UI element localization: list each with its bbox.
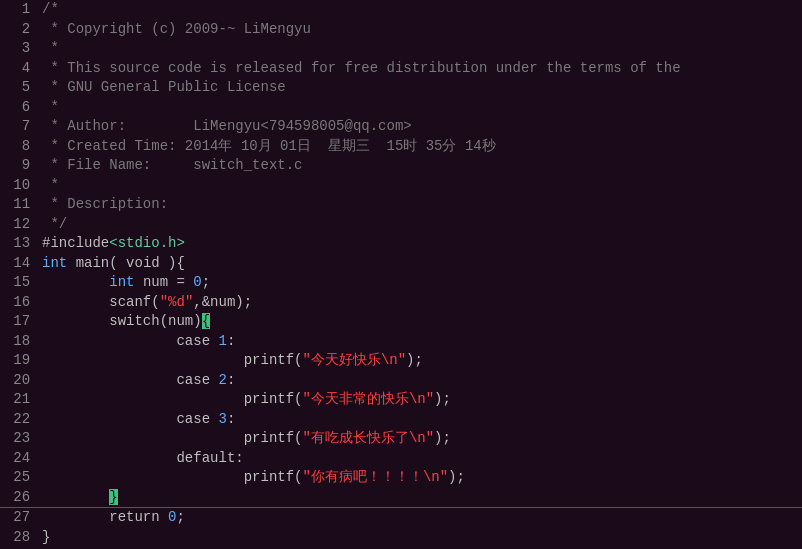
- code-content: * Copyright (c) 2009-~ LiMengyu: [38, 20, 802, 40]
- table-row: 15 int num = 0;: [0, 273, 802, 293]
- code-content: return 0;: [38, 508, 802, 528]
- code-content: case 3:: [38, 410, 802, 430]
- code-content: printf("有吃成长快乐了\n");: [38, 429, 802, 449]
- line-number: 16: [0, 293, 38, 313]
- line-number: 1: [0, 0, 38, 20]
- line-number: 21: [0, 390, 38, 410]
- table-row: 19 printf("今天好快乐\n");: [0, 351, 802, 371]
- table-row: 13#include<stdio.h>: [0, 234, 802, 254]
- code-content: int main( void ){: [38, 254, 802, 274]
- table-row: 7 * Author: LiMengyu<794598005@qq.com>: [0, 117, 802, 137]
- table-row: 14int main( void ){: [0, 254, 802, 274]
- line-number: 19: [0, 351, 38, 371]
- code-content: /*: [38, 0, 802, 20]
- table-row: 9 * File Name: switch_text.c: [0, 156, 802, 176]
- table-row: 10 *: [0, 176, 802, 196]
- table-row: 3 *: [0, 39, 802, 59]
- line-number: 8: [0, 137, 38, 157]
- table-row: 21 printf("今天非常的快乐\n");: [0, 390, 802, 410]
- line-number: 25: [0, 468, 38, 488]
- line-number: 22: [0, 410, 38, 430]
- table-row: 25 printf("你有病吧！！！！\n");: [0, 468, 802, 488]
- code-content: printf("今天好快乐\n");: [38, 351, 802, 371]
- table-row: 12 */: [0, 215, 802, 235]
- code-content: case 2:: [38, 371, 802, 391]
- code-content: * GNU General Public License: [38, 78, 802, 98]
- code-content: case 1:: [38, 332, 802, 352]
- line-number: 23: [0, 429, 38, 449]
- code-content: #include<stdio.h>: [38, 234, 802, 254]
- line-number: 4: [0, 59, 38, 79]
- table-row: 17 switch(num){: [0, 312, 802, 332]
- line-number: 26: [0, 488, 38, 508]
- code-content: default:: [38, 449, 802, 469]
- code-table: 1/*2 * Copyright (c) 2009-~ LiMengyu3 *4…: [0, 0, 802, 547]
- table-row: 28}: [0, 528, 802, 548]
- table-row: 2 * Copyright (c) 2009-~ LiMengyu: [0, 20, 802, 40]
- code-editor: 1/*2 * Copyright (c) 2009-~ LiMengyu3 *4…: [0, 0, 802, 549]
- table-row: 4 * This source code is released for fre…: [0, 59, 802, 79]
- table-row: 8 * Created Time: 2014年 10月 01日 星期三 15时 …: [0, 137, 802, 157]
- line-number: 20: [0, 371, 38, 391]
- code-content: switch(num){: [38, 312, 802, 332]
- line-number: 9: [0, 156, 38, 176]
- code-content: }: [38, 528, 802, 548]
- line-number: 27: [0, 508, 38, 528]
- table-row: 26 }: [0, 488, 802, 508]
- line-number: 3: [0, 39, 38, 59]
- code-content: *: [38, 39, 802, 59]
- line-number: 28: [0, 528, 38, 548]
- table-row: 16 scanf("%d",&num);: [0, 293, 802, 313]
- code-content: * Description:: [38, 195, 802, 215]
- line-number: 7: [0, 117, 38, 137]
- table-row: 11 * Description:: [0, 195, 802, 215]
- code-content: *: [38, 98, 802, 118]
- line-number: 2: [0, 20, 38, 40]
- code-content: * Author: LiMengyu<794598005@qq.com>: [38, 117, 802, 137]
- table-row: 18 case 1:: [0, 332, 802, 352]
- line-number: 13: [0, 234, 38, 254]
- line-number: 14: [0, 254, 38, 274]
- line-number: 6: [0, 98, 38, 118]
- line-number: 18: [0, 332, 38, 352]
- line-number: 5: [0, 78, 38, 98]
- line-number: 12: [0, 215, 38, 235]
- line-number: 15: [0, 273, 38, 293]
- code-content: printf("今天非常的快乐\n");: [38, 390, 802, 410]
- table-row: 20 case 2:: [0, 371, 802, 391]
- line-number: 10: [0, 176, 38, 196]
- code-content: }: [38, 488, 802, 508]
- code-content: int num = 0;: [38, 273, 802, 293]
- code-content: printf("你有病吧！！！！\n");: [38, 468, 802, 488]
- code-content: */: [38, 215, 802, 235]
- table-row: 1/*: [0, 0, 802, 20]
- code-content: * This source code is released for free …: [38, 59, 802, 79]
- table-row: 23 printf("有吃成长快乐了\n");: [0, 429, 802, 449]
- table-row: 27 return 0;: [0, 508, 802, 528]
- line-number: 11: [0, 195, 38, 215]
- table-row: 6 *: [0, 98, 802, 118]
- table-row: 5 * GNU General Public License: [0, 78, 802, 98]
- code-content: scanf("%d",&num);: [38, 293, 802, 313]
- code-content: * Created Time: 2014年 10月 01日 星期三 15时 35…: [38, 137, 802, 157]
- line-number: 24: [0, 449, 38, 469]
- line-number: 17: [0, 312, 38, 332]
- table-row: 24 default:: [0, 449, 802, 469]
- code-content: * File Name: switch_text.c: [38, 156, 802, 176]
- code-content: *: [38, 176, 802, 196]
- table-row: 22 case 3:: [0, 410, 802, 430]
